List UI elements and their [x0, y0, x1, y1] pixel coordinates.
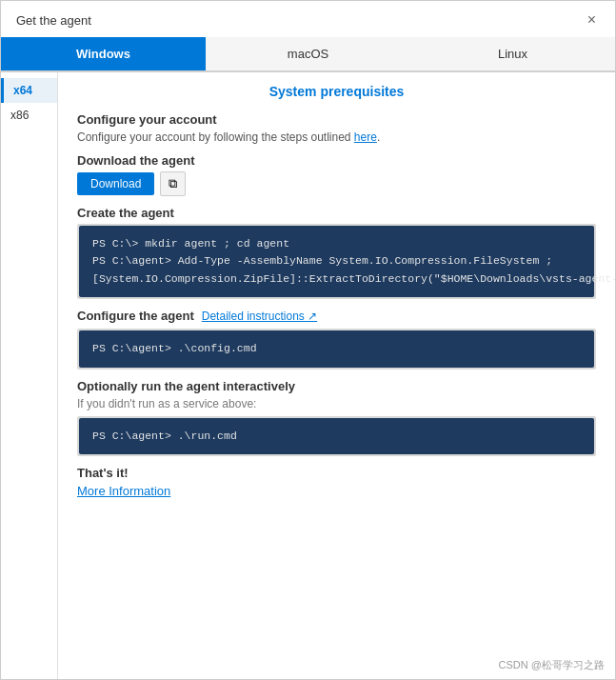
section-title: System prerequisites	[77, 84, 596, 99]
configure-agent-code: PS C:\agent> .\config.cmd	[79, 330, 594, 367]
configure-account-link[interactable]: here	[354, 130, 377, 144]
tab-windows[interactable]: Windows	[1, 37, 206, 70]
download-button[interactable]: Download	[77, 172, 154, 195]
tab-bar: Windows macOS Linux	[1, 37, 615, 72]
tab-macos[interactable]: macOS	[206, 37, 410, 70]
run-agent-desc: If you didn't run as a service above:	[77, 397, 596, 410]
create-agent-code: PS C:\> mkdir agent ; cd agent PS C:\age…	[79, 226, 594, 297]
arch-sidebar: x64 x86	[1, 72, 58, 679]
configure-account-text: Configure your account by following the …	[77, 130, 351, 144]
create-agent-code-wrapper: PS C:\> mkdir agent ; cd agent PS C:\age…	[77, 224, 596, 299]
run-agent-code: PS C:\agent> .\run.cmd	[79, 418, 594, 454]
configure-agent-row: Configure the agent Detailed instruction…	[77, 309, 596, 323]
more-information-link[interactable]: More Information	[77, 484, 170, 498]
watermark: CSDN @松哥学习之路	[499, 658, 605, 672]
configure-agent-code-wrapper: PS C:\agent> .\config.cmd	[77, 329, 596, 369]
sidebar-item-x64[interactable]: x64	[1, 78, 57, 103]
run-agent-code-wrapper: PS C:\agent> .\run.cmd	[77, 416, 596, 456]
copy-download-button[interactable]: ⧉	[160, 171, 186, 196]
main-content: System prerequisites Configure your acco…	[58, 72, 615, 679]
detailed-instructions-link[interactable]: Detailed instructions ↗	[202, 310, 317, 323]
create-agent-label: Create the agent	[77, 206, 596, 220]
configure-account-desc: Configure your account by following the …	[77, 130, 596, 144]
tab-linux[interactable]: Linux	[410, 37, 615, 70]
download-row: Download ⧉	[77, 171, 596, 196]
configure-agent-label: Configure the agent	[77, 309, 194, 323]
copy-icon: ⧉	[169, 176, 177, 190]
configure-account-label: Configure your account	[77, 112, 596, 127]
close-button[interactable]: ×	[584, 10, 600, 30]
thats-it-label: That's it!	[77, 466, 596, 480]
run-agent-label: Optionally run the agent interactively	[77, 379, 596, 393]
sidebar-item-x86[interactable]: x86	[1, 103, 57, 128]
content-area: x64 x86 System prerequisites Configure y…	[1, 72, 615, 679]
download-label: Download the agent	[77, 153, 596, 168]
dialog-title: Get the agent	[16, 13, 91, 28]
